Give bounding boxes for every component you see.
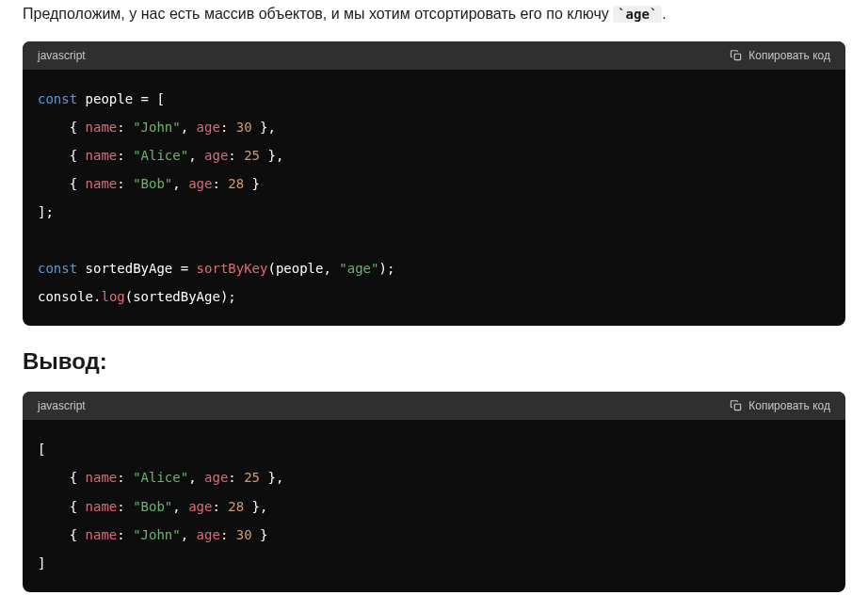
string-value: "age" (339, 261, 378, 276)
prop-age: age (197, 120, 220, 135)
code-header: javascript Копировать код (23, 392, 845, 420)
copy-code-button[interactable]: Копировать код (730, 49, 830, 62)
prop-age: age (204, 470, 228, 485)
intro-prefix: Предположим, у нас есть массив объектов,… (23, 6, 613, 22)
prop-name: name (86, 527, 118, 542)
string-value: "John" (133, 527, 181, 542)
code-text: ]; (38, 204, 54, 219)
prop-name: name (86, 470, 118, 485)
code-text: sortedByAge = (77, 261, 196, 276)
copy-icon (730, 399, 743, 412)
keyword-const: const (38, 91, 77, 106)
console-object: console (38, 289, 93, 304)
intro-paragraph: Предположим, у нас есть массив объектов,… (23, 2, 845, 26)
code-header: javascript Копировать код (23, 41, 845, 70)
copy-label: Копировать код (748, 49, 830, 62)
number-value: 28 (228, 176, 244, 191)
copy-icon (730, 49, 743, 62)
code-text: [ (38, 442, 45, 457)
prop-name: name (86, 120, 118, 135)
svg-rect-1 (735, 405, 741, 410)
string-value: "Bob" (133, 176, 172, 191)
prop-age: age (204, 148, 228, 163)
string-value: "Alice" (133, 148, 188, 163)
code-content[interactable]: const people = [ { name: "John", age: 30… (23, 70, 845, 327)
number-value: 25 (244, 148, 260, 163)
copy-label: Копировать код (748, 399, 830, 412)
code-text: (people, (267, 261, 339, 276)
number-value: 25 (244, 470, 260, 485)
prop-name: name (86, 176, 118, 191)
code-language-label: javascript (38, 399, 86, 412)
code-language-label: javascript (38, 49, 86, 62)
number-value: 28 (228, 499, 244, 514)
prop-age: age (197, 527, 220, 542)
prop-name: name (86, 148, 118, 163)
keyword-const: const (38, 261, 77, 276)
method-log: log (101, 289, 124, 304)
code-block-input: javascript Копировать код const people =… (23, 41, 845, 327)
svg-rect-0 (735, 54, 741, 59)
code-block-output: javascript Копировать код [ { name: "Ali… (23, 392, 845, 591)
string-value: "Alice" (133, 470, 188, 485)
code-text: (sortedByAge); (125, 289, 236, 304)
number-value: 30 (236, 527, 252, 542)
code-content[interactable]: [ { name: "Alice", age: 25 }, { name: "B… (23, 420, 845, 591)
prop-age: age (188, 176, 212, 191)
output-heading: Вывод: (23, 348, 845, 375)
string-value: "John" (133, 120, 181, 135)
inline-code-age: `age` (613, 6, 662, 23)
code-text: ] (38, 555, 45, 571)
prop-name: name (86, 499, 118, 514)
code-text: ); (378, 261, 394, 276)
intro-suffix: . (662, 6, 666, 22)
prop-age: age (188, 499, 212, 514)
function-call: sortByKey (197, 261, 268, 276)
number-value: 30 (236, 120, 252, 135)
copy-code-button[interactable]: Копировать код (730, 399, 830, 412)
string-value: "Bob" (133, 499, 172, 514)
code-text: people = [ (77, 91, 165, 106)
